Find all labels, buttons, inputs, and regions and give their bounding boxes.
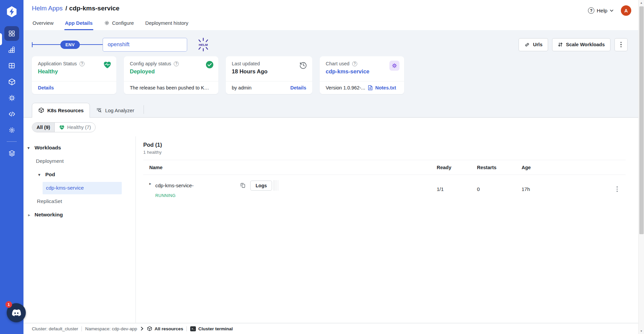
cube-icon (8, 78, 16, 86)
more-actions-button[interactable] (614, 38, 628, 51)
cluster-terminal-link[interactable]: >_ Cluster terminal (190, 326, 233, 331)
tree-node-replicaset[interactable]: ReplicaSet (23, 195, 136, 208)
table-header: Name Ready Restarts Age (143, 160, 626, 175)
breadcrumb-helm-apps[interactable]: Helm Apps (32, 5, 63, 12)
k8s-resources-panel: All (9) Healthy (7) ▾ Workloads (23, 117, 638, 323)
discord-icon (11, 309, 21, 317)
apps-grid-icon (8, 30, 15, 37)
pod-table: Pod (1) 1 healthy Name Ready Restarts Ag… (136, 136, 638, 323)
filter-all[interactable]: All (9) (32, 123, 55, 132)
scrollbar-thumb[interactable] (639, 6, 644, 234)
code-icon (8, 110, 16, 118)
row-kebab-icon[interactable] (616, 186, 618, 192)
tab-log-analyzer[interactable]: Log Analyzer (90, 103, 140, 117)
resource-tree: ▾ Workloads Deployment ▾ Pod cdp-kms-ser… (23, 136, 136, 323)
sidebar-item-applications[interactable] (4, 26, 19, 41)
app-window: Helm Apps/cdp-kms-service Overview App D… (0, 0, 644, 334)
application-status-value: Healthy (38, 68, 110, 75)
environment-selector[interactable] (103, 38, 187, 52)
env-flow-line (80, 44, 103, 45)
cube-icon (38, 107, 44, 113)
cluster-status-bar: Cluster: default_cluster Namespace: cdp-… (23, 323, 644, 334)
tab-configure[interactable]: Configure (103, 17, 135, 30)
sidebar-item-api[interactable] (4, 107, 19, 121)
tab-k8s-resources[interactable]: K8s Resources (32, 103, 90, 118)
info-icon[interactable]: ? (174, 61, 179, 66)
sidebar-divider (7, 141, 17, 142)
info-icon[interactable]: ? (352, 61, 357, 66)
gear-icon (8, 126, 16, 134)
config-apply-status-card: Config apply status? Deployed The releas… (124, 56, 218, 94)
env-badge: ENV (60, 41, 80, 49)
application-status-card: Application Status? Healthy Details (32, 56, 116, 94)
resource-tabs: K8s Resources Log Analyzer (32, 103, 638, 117)
caret-right-icon: ▸ (27, 212, 32, 217)
app-window-icon (8, 62, 15, 69)
vertical-scrollbar[interactable]: ▲ ▼ (638, 0, 644, 334)
active-nav-indicator (0, 33, 2, 45)
breadcrumb-current-app: cdp-kms-service (69, 5, 119, 12)
table-row: ▸ cdp-kms-service- Logs (143, 175, 626, 203)
column-name: Name (143, 165, 437, 170)
pod-table-title: Pod (1) (143, 142, 626, 148)
urls-button[interactable]: Urls (519, 38, 548, 51)
caret-right-icon[interactable]: ▸ (149, 181, 151, 186)
avatar[interactable]: A (621, 5, 631, 16)
log-search-icon (96, 107, 102, 113)
pod-age: 17h (522, 186, 609, 192)
divider (186, 326, 187, 331)
last-updated-details-link[interactable]: Details (290, 85, 306, 90)
chevron-down-icon (610, 9, 613, 12)
pod-name[interactable]: cdp-kms-service- (155, 183, 240, 188)
page-header: Helm Apps/cdp-kms-service Overview App D… (23, 0, 644, 30)
column-age: Age (522, 165, 609, 170)
sidebar-item-chart-store[interactable] (4, 90, 19, 105)
copy-icon[interactable] (240, 183, 246, 188)
help-icon: ? (588, 7, 594, 14)
pod-status: RUNNING (155, 193, 279, 198)
namespace-label: Namespace: cdp-dev-app (85, 326, 137, 331)
helm-wheel-icon (8, 94, 16, 102)
chart-version: Version 1.0.962-... (326, 85, 365, 90)
tree-node-cdp-kms-service[interactable]: cdp-kms-service (43, 182, 122, 194)
sidebar-item-app-groups[interactable] (4, 58, 19, 73)
scroll-down-arrow[interactable]: ▼ (639, 328, 644, 334)
history-icon (299, 61, 308, 70)
sidebar-item-stack-manager[interactable] (4, 146, 19, 160)
env-flow: ENV HELM (32, 37, 211, 52)
help-menu[interactable]: ? Help (588, 7, 613, 14)
application-status-details-link[interactable]: Details (38, 85, 54, 90)
status-cards: Application Status? Healthy Details Conf… (23, 54, 638, 94)
discord-chat-button[interactable]: 1 (7, 303, 26, 322)
tree-node-deployment[interactable]: Deployment (23, 154, 136, 168)
tab-app-details[interactable]: App Details (64, 17, 94, 30)
sidebar-item-jobs[interactable] (4, 42, 19, 57)
up-down-arrows-icon (558, 42, 563, 47)
sidebar-item-resource-browser[interactable] (4, 74, 19, 89)
tree-node-workloads[interactable]: ▾ Workloads (23, 141, 136, 154)
scale-workloads-button[interactable]: Scale Workloads (552, 38, 610, 51)
all-resources-link[interactable]: All resources (147, 326, 183, 331)
logs-button[interactable]: Logs (250, 181, 272, 191)
sidebar-item-global-config[interactable] (4, 123, 19, 137)
devtron-logo[interactable] (5, 5, 18, 18)
chart-helm-icon (389, 61, 399, 71)
notes-link[interactable]: Notes.txt (375, 85, 396, 90)
pod-ready: 1/1 (437, 186, 477, 192)
caret-down-icon: ▾ (37, 172, 42, 177)
tabs-separator (144, 105, 144, 114)
chevron-right-icon (141, 327, 144, 331)
tab-overview[interactable]: Overview (32, 17, 54, 30)
tree-node-networking[interactable]: ▸ Networking (23, 208, 136, 221)
info-icon[interactable]: ? (79, 61, 85, 66)
tab-deployment-history[interactable]: Deployment history (145, 17, 189, 30)
terminal-icon: >_ (190, 326, 196, 331)
scroll-up-arrow[interactable]: ▲ (639, 0, 644, 6)
column-restarts: Restarts (477, 165, 522, 170)
jobs-grid-icon (8, 46, 15, 53)
breadcrumb: Helm Apps/cdp-kms-service (32, 5, 644, 12)
chart-used-value[interactable]: cdp-kms-service (326, 68, 398, 75)
filter-healthy[interactable]: Healthy (7) (55, 123, 95, 132)
cluster-label: Cluster: default_cluster (32, 326, 78, 331)
tree-node-pod[interactable]: ▾ Pod (23, 168, 136, 181)
